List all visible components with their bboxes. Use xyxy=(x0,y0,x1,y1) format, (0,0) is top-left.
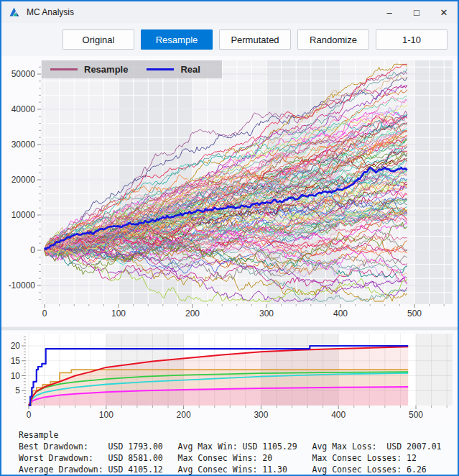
legend-item-real: Real xyxy=(147,64,200,75)
svg-text:300: 300 xyxy=(254,410,268,420)
svg-text:10000: 10000 xyxy=(11,210,36,220)
svg-text:15: 15 xyxy=(11,356,21,366)
svg-text:40000: 40000 xyxy=(11,104,36,114)
svg-text:400: 400 xyxy=(331,410,346,420)
svg-text:500: 500 xyxy=(409,410,423,420)
toolbar: Original Resample Permutated Randomize 1… xyxy=(1,23,458,56)
legend-swatch-resample xyxy=(50,68,78,70)
svg-text:30000: 30000 xyxy=(11,139,36,150)
app-logo-icon xyxy=(8,6,21,19)
window-title: MC Analysis xyxy=(27,7,376,17)
svg-text:200: 200 xyxy=(185,308,200,319)
svg-text:5: 5 xyxy=(15,385,20,395)
small-chart: 51015200100200300400500 xyxy=(1,331,458,423)
tab-resample[interactable]: Resample xyxy=(141,29,213,50)
svg-text:10: 10 xyxy=(11,371,21,381)
stats-chart-canvas: 51015200100200300400500 xyxy=(1,331,458,423)
stats-line-title: Resample xyxy=(19,429,458,441)
svg-text:100: 100 xyxy=(99,410,113,420)
svg-text:-10000: -10000 xyxy=(9,280,36,290)
tab-1-10[interactable]: 1-10 xyxy=(376,29,448,50)
svg-text:300: 300 xyxy=(259,308,274,319)
window-controls: – □ ✕ xyxy=(376,1,458,23)
legend-label-resample: Resample xyxy=(84,64,128,75)
maximize-button[interactable]: □ xyxy=(403,1,430,23)
svg-text:100: 100 xyxy=(111,308,126,319)
mc-analysis-window: MC Analysis – □ ✕ Original Resample Perm… xyxy=(0,0,459,476)
stats-panel: Resample Best Drawdown: USD 1793.00 Avg … xyxy=(1,423,458,475)
stats-line-drawdown-best: Best Drawdown: USD 1793.00 Avg Max Win: … xyxy=(19,441,458,452)
svg-text:20000: 20000 xyxy=(11,175,36,185)
svg-text:500: 500 xyxy=(407,308,422,319)
legend-swatch-real xyxy=(147,68,174,70)
svg-text:0: 0 xyxy=(42,308,47,319)
legend-label-real: Real xyxy=(180,64,200,75)
main-chart: -100000100002000030000400005000001002003… xyxy=(1,56,458,326)
svg-text:20: 20 xyxy=(11,341,21,351)
minimize-button[interactable]: – xyxy=(376,1,403,23)
titlebar: MC Analysis – □ ✕ xyxy=(1,1,458,23)
tab-permutated[interactable]: Permutated xyxy=(219,29,291,50)
tab-original[interactable]: Original xyxy=(62,29,134,50)
stats-line-drawdown-avg: Average Drawdown: USD 4105.12 Avg Consec… xyxy=(19,464,458,475)
tab-randomize[interactable]: Randomize xyxy=(297,29,369,50)
chart-legend: Resample Real xyxy=(42,60,222,78)
svg-text:0: 0 xyxy=(27,410,32,420)
svg-text:200: 200 xyxy=(177,410,191,420)
svg-text:0: 0 xyxy=(30,245,35,255)
stats-line-drawdown-worst: Worst Drawdown: USD 8581.00 Max Consec W… xyxy=(19,452,458,464)
svg-text:50000: 50000 xyxy=(11,69,36,79)
mc-chart-canvas: -100000100002000030000400005000001002003… xyxy=(1,56,458,326)
close-button[interactable]: ✕ xyxy=(430,1,458,23)
legend-item-resample: Resample xyxy=(50,64,128,75)
svg-text:400: 400 xyxy=(333,308,348,319)
